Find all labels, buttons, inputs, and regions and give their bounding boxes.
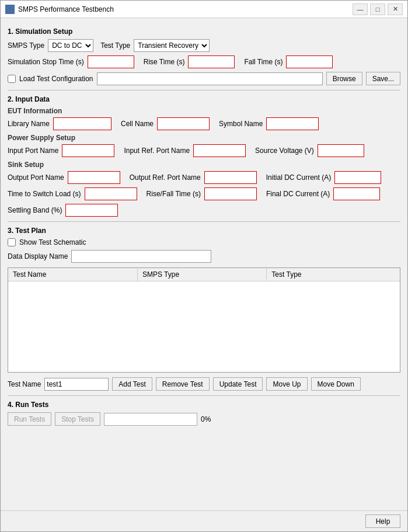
- window-title: SMPS Performance Testbench: [18, 5, 353, 13]
- show-schematic-checkbox[interactable]: [8, 238, 16, 246]
- table-header-smps-type: SMPS Type: [137, 268, 266, 281]
- smps-type-label: SMPS Type: [8, 41, 44, 50]
- load-test-row: Load Test Configuration Browse Save...: [8, 72, 400, 85]
- help-button[interactable]: Help: [365, 514, 400, 528]
- show-schematic-row: Show Test Schematic: [8, 238, 400, 246]
- final-dc-input[interactable]: [333, 187, 380, 200]
- symbol-name-label: Symbol Name: [219, 120, 263, 128]
- rise-time-group: Rise Time (s): [144, 55, 235, 68]
- window-controls: — □ ✕: [353, 4, 403, 15]
- fall-time-group: Fall Time (s): [244, 55, 333, 68]
- library-name-input[interactable]: [53, 117, 111, 130]
- rise-fall-group: Rise/Fall Time (s): [147, 187, 257, 200]
- test-name-label: Test Name: [8, 380, 41, 388]
- smps-type-select[interactable]: DC to DC AC to DC DC to AC: [48, 39, 93, 52]
- initial-dc-group: Initial DC Current (A): [266, 171, 381, 184]
- test-type-select[interactable]: Transient Recovery Load Regulation Line …: [134, 39, 210, 52]
- input-ref-label: Input Ref. Port Name: [124, 147, 190, 155]
- update-test-button[interactable]: Update Test: [213, 377, 263, 391]
- show-schematic-label: Show Test Schematic: [19, 238, 86, 246]
- input-data-header: 2. Input Data: [8, 95, 400, 103]
- source-voltage-label: Source Voltage (V): [255, 147, 314, 155]
- time-to-switch-group: Time to Switch Load (s): [8, 187, 137, 200]
- eut-row: Library Name Cell Name Symbol Name: [8, 117, 400, 130]
- add-test-button[interactable]: Add Test: [112, 377, 152, 391]
- data-display-input[interactable]: [71, 250, 211, 263]
- table-header-test-type: Test Type: [267, 268, 400, 281]
- stop-time-row: Simulation Stop Time (s) Rise Time (s) F…: [8, 55, 400, 68]
- cell-name-label: Cell Name: [121, 120, 154, 128]
- output-port-label: Output Port Name: [8, 173, 64, 182]
- source-voltage-group: Source Voltage (V): [255, 144, 364, 157]
- test-name-row: Test Name Add Test Remove Test Update Te…: [8, 377, 400, 391]
- load-test-checkbox[interactable]: [8, 75, 16, 83]
- settling-band-label: Settling Band (%): [8, 206, 62, 214]
- output-ref-input[interactable]: [204, 171, 257, 184]
- time-to-switch-input[interactable]: [85, 187, 137, 200]
- initial-dc-input[interactable]: [334, 171, 381, 184]
- sink-subsection-label: Sink Setup: [8, 161, 400, 169]
- move-down-button[interactable]: Move Down: [311, 377, 361, 391]
- rise-time-input[interactable]: [188, 55, 235, 68]
- output-ref-group: Output Ref. Port Name: [130, 171, 257, 184]
- sink-row-3: Settling Band (%): [8, 204, 400, 217]
- move-up-button[interactable]: Move Up: [266, 377, 307, 391]
- sink-row-1: Output Port Name Output Ref. Port Name I…: [8, 171, 400, 184]
- cell-name-input[interactable]: [157, 117, 210, 130]
- svg-rect-2: [8, 8, 9, 11]
- main-window: SMPS Performance Testbench — □ ✕ 1. Simu…: [0, 0, 408, 532]
- library-name-label: Library Name: [8, 120, 50, 128]
- symbol-name-input[interactable]: [266, 117, 319, 130]
- input-ref-input[interactable]: [193, 144, 246, 157]
- save-button[interactable]: Save...: [366, 72, 400, 85]
- eut-subsection-label: EUT Information: [8, 107, 400, 115]
- settling-band-input[interactable]: [65, 204, 118, 217]
- source-voltage-input[interactable]: [318, 144, 364, 157]
- ps-subsection-label: Power Supply Setup: [8, 134, 400, 142]
- data-display-label: Data Display Name: [8, 252, 68, 260]
- load-test-path-input[interactable]: [97, 72, 323, 85]
- svg-rect-1: [6, 7, 13, 8]
- maximize-button[interactable]: □: [370, 4, 385, 15]
- data-display-row: Data Display Name: [8, 250, 400, 263]
- rise-fall-input[interactable]: [204, 187, 257, 200]
- rise-time-label: Rise Time (s): [144, 58, 185, 66]
- input-port-input[interactable]: [62, 144, 114, 157]
- output-port-group: Output Port Name: [8, 171, 120, 184]
- stop-time-input[interactable]: [88, 55, 134, 68]
- load-test-label: Load Test Configuration: [19, 75, 93, 83]
- run-tests-row: Run Tests Stop Tests 0%: [8, 412, 400, 426]
- app-icon: [5, 5, 15, 14]
- test-type-label: Test Type: [100, 41, 130, 50]
- cell-name-group: Cell Name: [121, 117, 210, 130]
- stop-time-label: Simulation Stop Time (s): [8, 58, 84, 66]
- test-plan-header: 3. Test Plan: [8, 227, 400, 235]
- final-dc-group: Final DC Current (A): [266, 187, 380, 200]
- minimize-button[interactable]: —: [353, 4, 368, 15]
- final-dc-label: Final DC Current (A): [266, 190, 330, 198]
- sink-row-2: Time to Switch Load (s) Rise/Fall Time (…: [8, 187, 400, 200]
- progress-bar-container: [104, 413, 197, 426]
- output-port-input[interactable]: [68, 171, 120, 184]
- titlebar: SMPS Performance Testbench — □ ✕: [1, 1, 407, 18]
- remove-test-button[interactable]: Remove Test: [156, 377, 210, 391]
- test-table: Test Name SMPS Type Test Type: [8, 268, 400, 281]
- main-content: 1. Simulation Setup SMPS Type DC to DC A…: [1, 18, 407, 510]
- close-button[interactable]: ✕: [388, 4, 403, 15]
- stop-tests-button[interactable]: Stop Tests: [55, 412, 100, 426]
- input-port-group: Input Port Name: [8, 144, 114, 157]
- svg-rect-4: [11, 9, 12, 11]
- smps-type-row: SMPS Type DC to DC AC to DC DC to AC Tes…: [8, 39, 400, 52]
- run-tests-button[interactable]: Run Tests: [8, 412, 51, 426]
- fall-time-input[interactable]: [286, 55, 333, 68]
- initial-dc-label: Initial DC Current (A): [266, 173, 331, 182]
- symbol-name-group: Symbol Name: [219, 117, 319, 130]
- smps-type-group: SMPS Type DC to DC AC to DC DC to AC: [8, 39, 93, 52]
- test-name-input[interactable]: [44, 378, 109, 391]
- browse-button[interactable]: Browse: [326, 72, 362, 85]
- fall-time-label: Fall Time (s): [244, 58, 283, 66]
- output-ref-label: Output Ref. Port Name: [130, 173, 201, 182]
- input-port-label: Input Port Name: [8, 147, 58, 155]
- ps-row: Input Port Name Input Ref. Port Name Sou…: [8, 144, 400, 157]
- library-name-group: Library Name: [8, 117, 111, 130]
